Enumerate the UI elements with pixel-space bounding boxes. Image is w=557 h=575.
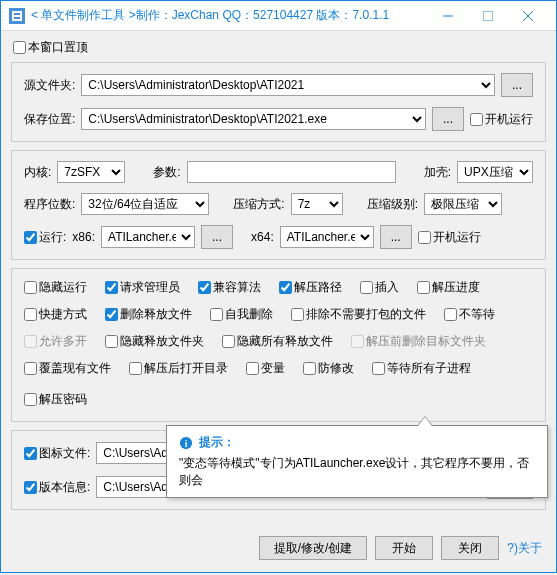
start-button[interactable]: 开始 xyxy=(375,536,433,560)
x64-browse-button[interactable]: ... xyxy=(380,225,412,249)
extract-path-checkbox[interactable]: 解压路径 xyxy=(279,279,342,296)
arch-select[interactable]: 32位/64位自适应 xyxy=(81,193,209,215)
shell-label: 加壳: xyxy=(424,164,451,181)
titlebar: < 单文件制作工具 >制作：JexChan QQ：527104427 版本：7.… xyxy=(1,1,556,31)
options-group: 内核: 7zSFX 参数: 加壳: UPX压缩 程序位数: 32位/64位自适应… xyxy=(11,150,546,260)
save-path-label: 保存位置: xyxy=(24,111,75,128)
paths-group: 源文件夹: C:\Users\Administrator\Desktop\ATI… xyxy=(11,62,546,142)
extract-password-checkbox[interactable]: 解压密码 xyxy=(24,387,87,411)
shortcut-checkbox[interactable]: 快捷方式 xyxy=(24,306,87,323)
hidden-run-checkbox[interactable]: 隐藏运行 xyxy=(24,279,87,296)
plugin-checkbox[interactable]: 插入 xyxy=(360,279,399,296)
run-checkbox[interactable]: 运行: xyxy=(24,229,66,246)
svg-rect-3 xyxy=(14,17,20,19)
kernel-label: 内核: xyxy=(24,164,51,181)
shell-select[interactable]: UPX压缩 xyxy=(457,161,533,183)
svg-text:i: i xyxy=(185,437,188,448)
close-button-footer[interactable]: 关闭 xyxy=(441,536,499,560)
source-folder-select[interactable]: C:\Users\Administrator\Desktop\ATI2021 xyxy=(81,74,495,96)
minimize-button[interactable] xyxy=(428,2,468,30)
compress-method-label: 压缩方式: xyxy=(233,196,284,213)
save-path-select[interactable]: C:\Users\Administrator\Desktop\ATI2021.e… xyxy=(81,108,426,130)
icon-file-checkbox[interactable]: 图标文件: xyxy=(24,445,90,462)
exclude-nonpack-checkbox[interactable]: 排除不需要打包的文件 xyxy=(291,306,426,323)
window-title: < 单文件制作工具 >制作：JexChan QQ：527104427 版本：7.… xyxy=(31,7,428,24)
no-wait-checkbox[interactable]: 不等待 xyxy=(444,306,495,323)
allow-multi-checkbox: 允许多开 xyxy=(24,333,87,350)
info-icon: i xyxy=(179,436,193,450)
version-info-checkbox[interactable]: 版本信息: xyxy=(24,479,90,496)
source-folder-label: 源文件夹: xyxy=(24,77,75,94)
extract-progress-checkbox[interactable]: 解压进度 xyxy=(417,279,480,296)
anti-tamper-checkbox[interactable]: 防修改 xyxy=(303,360,354,377)
pin-window-label: 本窗口置顶 xyxy=(28,39,88,56)
save-path-browse-button[interactable]: ... xyxy=(432,107,464,131)
compress-level-select[interactable]: 极限压缩 xyxy=(424,193,502,215)
about-link[interactable]: ?)关于 xyxy=(507,540,542,557)
compress-method-select[interactable]: 7z xyxy=(291,193,343,215)
run-autorun-checkbox[interactable]: 开机运行 xyxy=(418,229,481,246)
app-icon xyxy=(9,8,25,24)
pin-window-checkbox[interactable]: 本窗口置顶 xyxy=(13,39,546,56)
tooltip-arrow-icon xyxy=(417,416,433,426)
wait-children-checkbox[interactable]: 等待所有子进程 xyxy=(372,360,471,377)
extract-modify-create-button[interactable]: 提取/修改/创建 xyxy=(259,536,368,560)
self-delete-checkbox[interactable]: 自我删除 xyxy=(210,306,273,323)
overwrite-checkbox[interactable]: 覆盖现有文件 xyxy=(24,360,111,377)
compat-algo-checkbox[interactable]: 兼容算法 xyxy=(198,279,261,296)
x86-select[interactable]: ATILancher.exe xyxy=(101,226,195,248)
params-input[interactable] xyxy=(187,161,396,183)
hide-extract-folder-checkbox[interactable]: 隐藏释放文件夹 xyxy=(105,333,204,350)
close-button[interactable] xyxy=(508,2,548,30)
open-after-checkbox[interactable]: 解压后打开目录 xyxy=(129,360,228,377)
tooltip-title: 提示： xyxy=(199,434,235,451)
x64-select[interactable]: ATILancher.exe xyxy=(280,226,374,248)
tooltip: i 提示： "变态等待模式"专门为ATILauncher.exe设计，其它程序不… xyxy=(166,425,548,498)
svg-rect-5 xyxy=(483,11,493,21)
svg-rect-2 xyxy=(14,13,20,15)
svg-rect-1 xyxy=(12,11,22,21)
hide-all-extract-checkbox[interactable]: 隐藏所有释放文件 xyxy=(222,333,333,350)
save-autorun-checkbox[interactable]: 开机运行 xyxy=(470,111,533,128)
x86-browse-button[interactable]: ... xyxy=(201,225,233,249)
delete-extracted-checkbox[interactable]: 删除释放文件 xyxy=(105,306,192,323)
request-admin-checkbox[interactable]: 请求管理员 xyxy=(105,279,180,296)
x86-label: x86: xyxy=(72,230,95,244)
tooltip-body: "变态等待模式"专门为ATILauncher.exe设计，其它程序不要用，否则会 xyxy=(179,455,535,489)
source-folder-browse-button[interactable]: ... xyxy=(501,73,533,97)
compress-level-label: 压缩级别: xyxy=(367,196,418,213)
params-label: 参数: xyxy=(153,164,180,181)
kernel-select[interactable]: 7zSFX xyxy=(57,161,125,183)
variable-checkbox[interactable]: 变量 xyxy=(246,360,285,377)
maximize-button[interactable] xyxy=(468,2,508,30)
footer: 提取/修改/创建 开始 关闭 ?)关于 xyxy=(1,528,556,572)
x64-label: x64: xyxy=(251,230,274,244)
flags-group: 隐藏运行 请求管理员 兼容算法 解压路径 插入 解压进度 快捷方式 删除释放文件… xyxy=(11,268,546,422)
arch-label: 程序位数: xyxy=(24,196,75,213)
delete-target-before-checkbox: 解压前删除目标文件夹 xyxy=(351,333,486,350)
